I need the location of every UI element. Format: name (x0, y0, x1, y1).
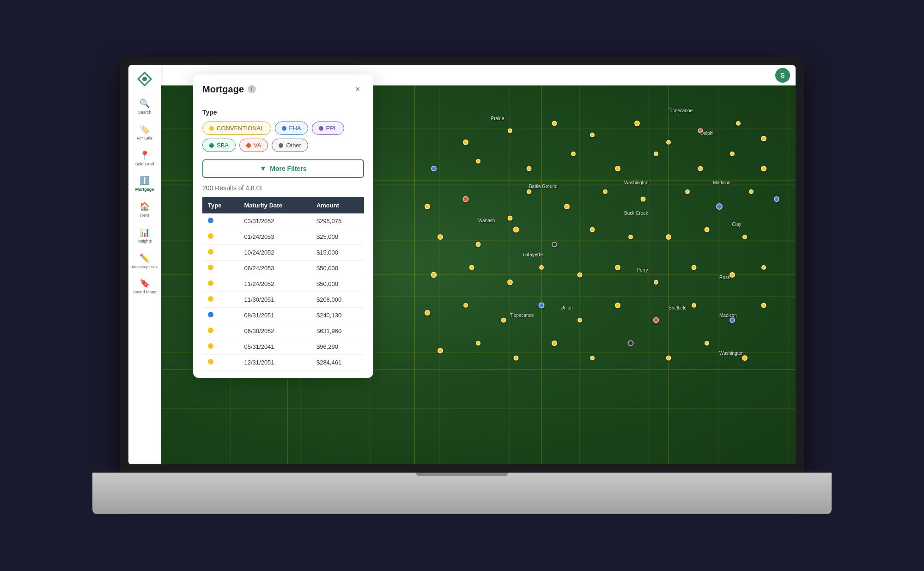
cell-date: 05/31/2041 (239, 339, 311, 355)
more-filters-button[interactable]: ▼ More Filters (202, 159, 364, 178)
dot-ppl (319, 126, 323, 131)
modal-title-text: Mortgage (202, 84, 244, 95)
cell-amount: $50,000 (311, 276, 364, 292)
sidebar-item-insights[interactable]: 📊 Insights (128, 224, 161, 248)
dot-other (279, 143, 283, 148)
cell-date: 11/30/2051 (239, 292, 311, 308)
cell-type (202, 323, 239, 339)
table-row[interactable]: 11/30/2051 $208,000 (202, 292, 364, 308)
rent-icon: 🏠 (140, 201, 150, 212)
more-filters-label: More Filters (270, 165, 306, 172)
cell-amount: $96,290 (311, 339, 364, 355)
filter-chip-other[interactable]: Other (272, 139, 308, 152)
cell-amount: $50,000 (311, 261, 364, 276)
col-amount: Amount (311, 197, 364, 213)
cell-type (202, 229, 239, 245)
table-row[interactable]: 11/24/2052 $50,000 (202, 276, 364, 292)
sidebar-label-insights: Insights (137, 239, 152, 244)
svg-point-0 (142, 77, 147, 81)
app-logo[interactable] (136, 71, 153, 87)
table-row[interactable]: 12/31/2051 $284,461 (202, 355, 364, 371)
sidebar: 🔍 Search 🏷️ For Sale 📍 Sold Land ℹ️ Mort… (128, 65, 161, 464)
table-row[interactable]: 10/24/2052 $15,000 (202, 245, 364, 261)
table-row[interactable]: 01/24/2053 $25,000 (202, 229, 364, 245)
chip-label-other: Other (286, 142, 301, 149)
chip-label-fha: FHA (289, 125, 301, 132)
map-area[interactable]: S (161, 65, 796, 464)
modal-header: Mortgage i × (193, 74, 373, 101)
sidebar-item-for-sale[interactable]: 🏷️ For Sale (128, 121, 161, 145)
filter-icon: ▼ (260, 165, 266, 172)
sidebar-item-saved-maps[interactable]: 🔖 Saved Maps (128, 274, 161, 298)
cell-amount: $631,960 (311, 323, 364, 339)
search-icon: 🔍 (140, 98, 150, 109)
laptop-screen: 🔍 Search 🏷️ For Sale 📍 Sold Land ℹ️ Mort… (128, 65, 796, 464)
mortgage-table: Type Maturity Date Amount 03/31/2052 $29… (202, 197, 364, 371)
sidebar-item-sold-land[interactable]: 📍 Sold Land (128, 146, 161, 170)
filter-chip-fha[interactable]: FHA (275, 121, 308, 135)
table-body: 03/31/2052 $295,075 01/24/2053 $25,000 1… (202, 213, 364, 371)
table-row[interactable]: 08/31/2051 $240,130 (202, 308, 364, 323)
close-button[interactable]: × (351, 83, 364, 96)
sidebar-label-for-sale: For Sale (137, 136, 152, 141)
dot-conventional (209, 126, 214, 131)
user-avatar[interactable]: S (775, 68, 790, 83)
mortgage-icon: ℹ️ (140, 176, 150, 186)
saved-maps-icon: 🔖 (140, 278, 150, 288)
cell-type (202, 308, 239, 323)
cell-date: 10/24/2052 (239, 245, 311, 261)
cell-date: 11/24/2052 (239, 276, 311, 292)
cell-type (202, 245, 239, 261)
chip-label-va: VA (254, 142, 261, 149)
type-filters: CONVENTIONAL FHA PPL (202, 121, 364, 152)
modal-title: Mortgage i (202, 84, 256, 95)
cell-date: 01/24/2053 (239, 229, 311, 245)
col-maturity-date: Maturity Date (239, 197, 311, 213)
cell-amount: $295,075 (311, 213, 364, 229)
cell-type (202, 355, 239, 371)
dot-va (246, 143, 251, 148)
modal-body: Type CONVENTIONAL FHA (193, 101, 373, 378)
table-row[interactable]: 06/24/2053 $50,000 (202, 261, 364, 276)
for-sale-icon: 🏷️ (140, 124, 150, 134)
insights-icon: 📊 (140, 227, 150, 237)
cell-amount: $284,461 (311, 355, 364, 371)
filter-chip-sba[interactable]: SBA (202, 139, 236, 152)
laptop-base (92, 473, 832, 514)
table-row[interactable]: 05/31/2041 $96,290 (202, 339, 364, 355)
filter-chip-ppl[interactable]: PPL (312, 121, 345, 135)
laptop-wrapper: 🔍 Search 🏷️ For Sale 📍 Sold Land ℹ️ Mort… (92, 57, 832, 514)
table-header: Type Maturity Date Amount (202, 197, 364, 213)
sidebar-item-boundary-tools[interactable]: ✏️ Boundary Tools (128, 249, 161, 273)
sidebar-label-sold-land: Sold Land (135, 162, 154, 167)
dot-fha (282, 126, 286, 131)
mortgage-modal: Mortgage i × Type CONVENTIONAL (193, 74, 373, 378)
laptop-bezel: 🔍 Search 🏷️ For Sale 📍 Sold Land ℹ️ Mort… (120, 57, 804, 473)
filter-chip-va[interactable]: VA (239, 139, 268, 152)
col-type: Type (202, 197, 239, 213)
cell-date: 08/31/2051 (239, 308, 311, 323)
dot-sba (209, 143, 214, 148)
info-icon[interactable]: i (248, 85, 256, 93)
cell-amount: $240,130 (311, 308, 364, 323)
chip-label-conventional: CONVENTIONAL (217, 125, 264, 132)
sidebar-label-boundary-tools: Boundary Tools (132, 265, 158, 269)
cell-date: 12/31/2051 (239, 355, 311, 371)
cell-type (202, 213, 239, 229)
sidebar-label-saved-maps: Saved Maps (133, 290, 156, 295)
type-section-label: Type (202, 109, 364, 116)
table-header-row: Type Maturity Date Amount (202, 197, 364, 213)
sidebar-label-mortgage: Mortgage (135, 187, 154, 192)
sidebar-item-rent[interactable]: 🏠 Rent (128, 198, 161, 222)
table-row[interactable]: 06/30/2052 $631,960 (202, 323, 364, 339)
cell-type (202, 339, 239, 355)
boundary-tools-icon: ✏️ (140, 253, 150, 263)
filter-chip-conventional[interactable]: CONVENTIONAL (202, 121, 271, 135)
cell-date: 03/31/2052 (239, 213, 311, 229)
sidebar-item-mortgage[interactable]: ℹ️ Mortgage (128, 172, 161, 196)
sold-land-icon: 📍 (140, 150, 150, 160)
sidebar-item-search[interactable]: 🔍 Search (128, 95, 161, 119)
chip-label-sba: SBA (217, 142, 229, 149)
table-row[interactable]: 03/31/2052 $295,075 (202, 213, 364, 229)
results-text: 200 Results of 4,873 (202, 184, 261, 192)
